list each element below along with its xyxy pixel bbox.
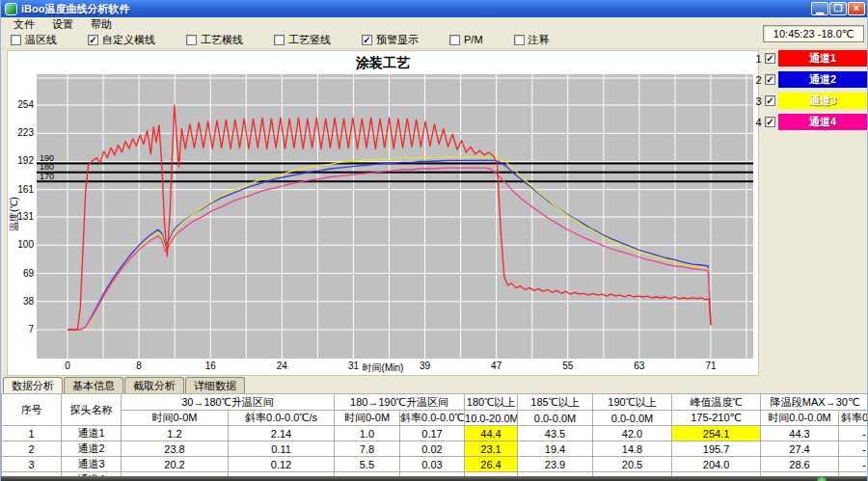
header-cell: 180℃以上 xyxy=(465,394,518,411)
channel-checkbox-icon[interactable]: ✓ xyxy=(765,74,775,85)
table-cell: 44.3 xyxy=(761,426,839,441)
header-cell: 斜率0.0-0.0℃/s xyxy=(839,411,868,426)
channel-row-3: 3✓通道3 xyxy=(753,93,867,109)
toolbar-checkbox-label: 预警显示 xyxy=(376,33,419,47)
toolbar-checkbox-4[interactable]: 工艺竖线 xyxy=(274,33,331,47)
checkbox-icon[interactable] xyxy=(449,35,460,45)
title-bar: iBoo温度曲线分析软件 ▁ ❐ × xyxy=(1,0,867,17)
header-row-ranges: 时间0-0M斜率0.0-0.0℃/s时间0-0M斜率0.0-0.0℃/s10.0… xyxy=(2,411,868,426)
header-cell: 180→190℃升温区间 xyxy=(335,394,465,411)
table-cell: 0.02 xyxy=(400,441,465,457)
tab-4[interactable]: 详细数据 xyxy=(185,377,245,393)
table-cell: 1 xyxy=(2,426,62,441)
table-cell: 3 xyxy=(2,457,62,472)
close-icon[interactable]: × xyxy=(848,2,865,15)
checkbox-icon[interactable] xyxy=(274,35,285,45)
table-cell: 23.1 xyxy=(465,441,518,457)
channel-number: 2 xyxy=(753,74,764,86)
checkbox-icon[interactable]: ✓ xyxy=(88,35,98,45)
header-cell: 0.0-0.0M xyxy=(518,411,593,426)
table-cell: 23.9 xyxy=(518,457,593,472)
header-row-groups: 序号探头名称30→180℃升温区间180→190℃升温区间180℃以上185℃以… xyxy=(2,394,868,411)
table-cell: 195.7 xyxy=(672,441,761,457)
checkbox-icon[interactable] xyxy=(186,35,197,45)
channel-checkbox-icon[interactable]: ✓ xyxy=(765,53,775,64)
table-row[interactable]: 1通道11.22.141.00.1744.443.542.0254.144.3- xyxy=(2,426,868,441)
channel-color-bar: 通道4 xyxy=(778,114,867,130)
channel-number: 4 xyxy=(753,117,764,128)
channel-color-bar: 通道3 xyxy=(778,93,867,109)
table-cell: 42.0 xyxy=(593,426,672,441)
header-cell: 190℃以上 xyxy=(593,394,672,411)
tab-1[interactable]: 数据分析 xyxy=(3,377,63,393)
tab-2[interactable]: 基本信息 xyxy=(64,377,123,393)
toolbar-checkbox-6[interactable]: P/M xyxy=(449,34,483,45)
svg-text:7: 7 xyxy=(28,324,34,334)
table-cell: 通道1 xyxy=(62,426,122,441)
bottom-edge xyxy=(1,476,868,481)
tray-icon xyxy=(817,476,827,481)
header-cell: 时间0.0-0.0M xyxy=(761,411,839,426)
channel-checkbox-icon[interactable]: ✓ xyxy=(765,117,775,127)
toolbar-checkbox-label: 工艺横线 xyxy=(201,33,243,47)
menu-item-1[interactable]: 文件 xyxy=(5,17,43,31)
table-cell: 1.2 xyxy=(122,426,229,441)
plot-area xyxy=(37,74,753,359)
channel-checkbox-icon[interactable]: ✓ xyxy=(765,95,775,106)
toolbar-checkbox-label: P/M xyxy=(464,34,483,45)
toolbar-checkbox-1[interactable]: 温区线 xyxy=(11,33,57,47)
table-cell: 20.2 xyxy=(122,457,229,472)
table-cell: 0.17 xyxy=(400,426,465,441)
table-row[interactable]: 2通道223.80.117.80.0223.119.414.8195.727.4… xyxy=(2,441,868,457)
tab-3[interactable]: 截取分析 xyxy=(124,377,184,393)
minimize-icon[interactable]: ▁ xyxy=(811,2,828,15)
chart-panel: 7386910013116119222325408162431394755637… xyxy=(7,50,759,376)
header-cell: 斜率0.0-0.0℃/s xyxy=(400,411,465,426)
chart-title: 涂装工艺 xyxy=(8,55,758,72)
checkbox-icon[interactable]: ✓ xyxy=(362,35,372,45)
toolbar-checkbox-5[interactable]: ✓预警显示 xyxy=(362,33,419,47)
channel-legend: 1✓通道12✓通道23✓通道34✓通道4 xyxy=(753,50,867,135)
table-cell: 通道2 xyxy=(62,441,122,457)
plot-svg: 7386910013116119222325408162431394755637… xyxy=(8,51,760,377)
menu-item-2[interactable]: 设置 xyxy=(43,17,82,31)
menu-item-3[interactable]: 帮助 xyxy=(82,17,121,31)
checkbox-icon[interactable] xyxy=(514,35,525,45)
table-cell: 26.4 xyxy=(465,457,518,472)
svg-text:254: 254 xyxy=(17,99,34,110)
maximize-icon[interactable]: ❐ xyxy=(829,2,847,15)
checkbox-icon[interactable] xyxy=(11,35,21,45)
svg-text:223: 223 xyxy=(17,127,34,138)
tab-bar: 数据分析基本信息截取分析详细数据 xyxy=(3,377,246,393)
table-cell: 2 xyxy=(2,441,62,457)
data-table: 序号探头名称30→180℃升温区间180→190℃升温区间180℃以上185℃以… xyxy=(1,393,868,481)
header-cell: 185℃以上 xyxy=(518,394,593,411)
header-cell: 175-210℃ xyxy=(672,411,761,426)
y-axis-title: 温度(℃) xyxy=(8,180,21,248)
header-cell: 0.0-0.0M xyxy=(593,411,672,426)
table-cell: 23.8 xyxy=(122,441,229,457)
toolbar-checkbox-3[interactable]: 工艺横线 xyxy=(186,33,243,47)
app-icon xyxy=(5,3,17,15)
app-window: iBoo温度曲线分析软件 ▁ ❐ × 文件设置帮助 温区线✓自定义横线工艺横线工… xyxy=(0,0,868,481)
channel-row-2: 2✓通道2 xyxy=(753,71,867,88)
table-cell: 2.14 xyxy=(229,426,335,441)
table-row[interactable]: 3通道320.20.125.50.0326.423.920.5204.028.6… xyxy=(2,457,868,472)
toolbar-checkbox-2[interactable]: ✓自定义横线 xyxy=(88,33,155,47)
header-cell: 30→180℃升温区间 xyxy=(122,394,335,411)
table-cell: 通道3 xyxy=(62,457,122,472)
table-cell: 43.5 xyxy=(518,426,593,441)
toolbar-checkbox-label: 温区线 xyxy=(25,33,57,47)
header-cell: 序号 xyxy=(2,394,62,426)
table-cell: 5.5 xyxy=(335,457,400,472)
toolbar-checkbox-label: 注释 xyxy=(529,33,550,47)
checkbox-toolbar: 温区线✓自定义横线工艺横线工艺竖线✓预警显示P/M注释 xyxy=(1,31,867,49)
header-cell: 10.0-20.0M xyxy=(465,411,518,426)
toolbar-checkbox-7[interactable]: 注释 xyxy=(514,33,550,47)
table-cell: 27.4 xyxy=(761,441,839,457)
header-cell: 时间0-0M xyxy=(335,411,400,426)
table-cell: 14.8 xyxy=(593,441,672,457)
x-axis-title: 时间(Min) xyxy=(8,361,758,375)
toolbar-checkbox-label: 自定义横线 xyxy=(102,33,155,47)
table-cell: 20.5 xyxy=(593,457,672,472)
